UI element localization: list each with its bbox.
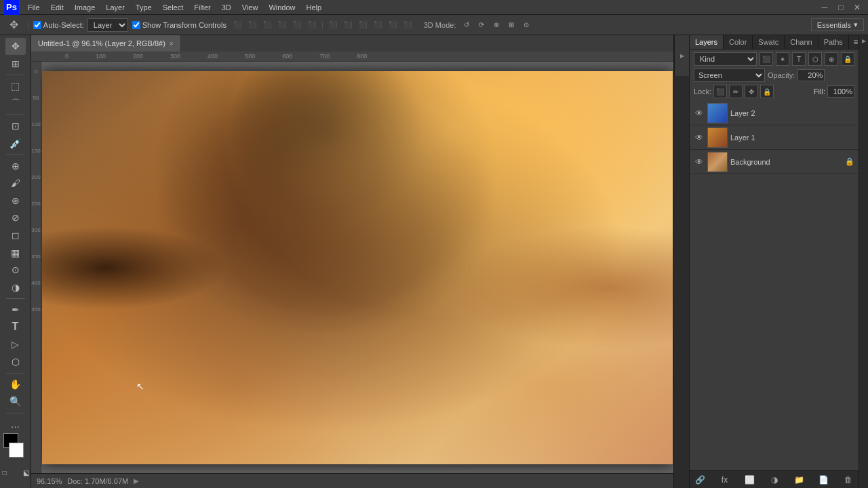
menu-edit[interactable]: Edit — [46, 2, 68, 13]
fx-btn[interactable]: fx — [717, 472, 732, 487]
doc-tab[interactable]: Untitled-1 @ 96.1% (Layer 2, RGB/8#) × — [31, 35, 181, 52]
history-btn[interactable]: ⊘ — [5, 209, 26, 226]
layer-item-layer2[interactable]: 👁 Layer 2 — [690, 101, 859, 125]
layer1-eye[interactable]: 👁 — [694, 132, 705, 143]
align-icons: ⬛ ⬛ ⬛ ⬛ ⬛ ⬛ | ⬛ ⬛ ⬛ ⬛ ⬛ ⬛ — [231, 18, 414, 32]
distribute-btn5[interactable]: ⬛ — [386, 18, 399, 32]
opacity-input[interactable] — [797, 69, 825, 81]
layer-item-layer1[interactable]: 👁 Layer 1 — [690, 125, 859, 150]
folder-btn[interactable]: 📁 — [791, 472, 806, 487]
kind-select[interactable]: Kind — [694, 52, 757, 66]
menu-file[interactable]: File — [23, 2, 45, 13]
distribute-btn6[interactable]: ⬛ — [401, 18, 414, 32]
adjustment-btn[interactable]: ◑ — [767, 472, 782, 487]
tab-layers[interactable]: Layers — [690, 35, 724, 49]
artboard-tool-btn[interactable]: ⊞ — [5, 56, 26, 73]
maximize-btn[interactable]: □ — [834, 1, 848, 14]
align-bottom-btn[interactable]: ⬛ — [305, 18, 319, 32]
zoom-btn[interactable]: 🔍 — [5, 393, 26, 410]
bg-eye[interactable]: 👁 — [694, 157, 705, 167]
doc-tab-close[interactable]: × — [170, 40, 174, 47]
menu-window[interactable]: Window — [264, 2, 300, 13]
crop-btn[interactable]: ⊡ — [5, 118, 26, 135]
eyedropper-btn[interactable]: 💉 — [5, 135, 26, 152]
show-transform-checkbox[interactable] — [132, 21, 140, 29]
align-middle-btn[interactable]: ⬛ — [290, 18, 304, 32]
mask-btn[interactable]: ⬜ — [742, 472, 757, 487]
essentials-btn[interactable]: Essentials ▾ — [811, 18, 864, 31]
layer1-name: Layer 1 — [730, 134, 854, 142]
delete-layer-btn[interactable]: 🗑 — [841, 472, 856, 487]
eraser-btn[interactable]: ◻ — [5, 227, 26, 244]
background-color[interactable] — [9, 443, 24, 458]
smart-filter-btn[interactable]: ⊕ — [825, 52, 838, 66]
move-tool-btn[interactable]: ✥ — [5, 38, 26, 55]
move-tool-options[interactable]: ✥ — [4, 18, 23, 32]
align-top-btn[interactable]: ⬛ — [275, 18, 289, 32]
lock-pixels-btn[interactable]: ⬛ — [713, 85, 727, 98]
menu-help[interactable]: Help — [302, 2, 327, 13]
blur-btn[interactable]: ⊙ — [5, 262, 26, 279]
menu-layer[interactable]: Layer — [101, 2, 130, 13]
link-layers-btn[interactable]: 🔗 — [692, 472, 707, 487]
status-arrow[interactable]: ▶ — [134, 477, 139, 485]
layer2-eye[interactable]: 👁 — [694, 108, 705, 119]
heal-btn[interactable]: ⊕ — [5, 158, 26, 175]
menu-filter[interactable]: Filter — [189, 2, 215, 13]
panel-play-btn[interactable]: ▶ — [674, 35, 689, 76]
tab-paths[interactable]: Paths — [818, 35, 849, 49]
lock-icon-btn[interactable]: 🔒 — [841, 52, 854, 66]
brush-btn[interactable]: 🖌 — [5, 175, 26, 192]
3d-pan-btn[interactable]: ⊕ — [490, 18, 503, 32]
3d-scale-btn[interactable]: ⊙ — [519, 18, 533, 32]
3d-roll-btn[interactable]: ⟳ — [475, 18, 488, 32]
align-center-btn[interactable]: ⬛ — [245, 18, 259, 32]
text-filter-btn[interactable]: T — [792, 52, 806, 66]
standard-mode-btn[interactable]: □ — [0, 462, 15, 483]
pen-btn[interactable]: ✒ — [5, 302, 26, 319]
3d-rotate-btn[interactable]: ↺ — [460, 18, 473, 32]
clone-btn[interactable]: ⊛ — [5, 192, 26, 209]
text-btn[interactable]: T — [5, 319, 26, 336]
align-right-btn[interactable]: ⬛ — [260, 18, 274, 32]
dodge-btn[interactable]: ◑ — [5, 279, 26, 296]
canvas-container[interactable]: ↖ — [41, 62, 673, 473]
lock-label: Lock: — [694, 87, 711, 96]
shape-btn[interactable]: ⬡ — [5, 353, 26, 370]
lasso-btn[interactable]: ⌒ — [5, 95, 26, 112]
layer-type-select[interactable]: Layer Group — [87, 18, 128, 32]
auto-select-checkbox[interactable] — [33, 21, 41, 29]
menu-3d[interactable]: 3D — [217, 2, 236, 13]
lock-position-btn[interactable]: ✏ — [729, 85, 743, 98]
3d-slide-btn[interactable]: ⊞ — [505, 18, 518, 32]
extra-btn[interactable]: … — [5, 416, 26, 433]
align-left-btn[interactable]: ⬛ — [231, 18, 244, 32]
shape-filter-btn[interactable]: ⬡ — [808, 52, 822, 66]
gradient-btn[interactable]: ▦ — [5, 244, 26, 261]
distribute-btn4[interactable]: ⬛ — [371, 18, 384, 32]
distribute-btn2[interactable]: ⬛ — [341, 18, 355, 32]
lock-move-btn[interactable]: ✥ — [745, 85, 758, 98]
tab-color[interactable]: Color — [724, 35, 753, 49]
select-rect-btn[interactable]: ⬚ — [5, 78, 26, 95]
right-collapse-btn[interactable]: ▶ — [859, 35, 868, 488]
menu-type[interactable]: Type — [131, 2, 157, 13]
new-layer-btn[interactable]: 📄 — [816, 472, 831, 487]
hand-btn[interactable]: ✋ — [5, 376, 26, 393]
adjustment-filter-btn[interactable]: ✴ — [776, 52, 789, 66]
blend-mode-select[interactable]: Screen Normal Multiply Overlay — [694, 68, 765, 82]
layer-item-background[interactable]: 👁 Background 🔒 — [690, 150, 859, 174]
pixel-filter-btn[interactable]: ⬛ — [760, 52, 773, 66]
close-btn[interactable]: ✕ — [850, 1, 864, 14]
minimize-btn[interactable]: ─ — [818, 1, 831, 14]
distribute-btn3[interactable]: ⬛ — [356, 18, 370, 32]
menu-image[interactable]: Image — [70, 2, 100, 13]
menu-view[interactable]: View — [237, 2, 263, 13]
tab-swatches[interactable]: Swatc — [753, 35, 785, 49]
tab-channels[interactable]: Chann — [785, 35, 818, 49]
fill-input[interactable] — [827, 85, 854, 98]
menu-select[interactable]: Select — [158, 2, 189, 13]
distribute-btn1[interactable]: ⬛ — [326, 18, 340, 32]
path-select-btn[interactable]: ▷ — [5, 336, 26, 353]
lock-all-btn[interactable]: 🔒 — [760, 85, 774, 98]
